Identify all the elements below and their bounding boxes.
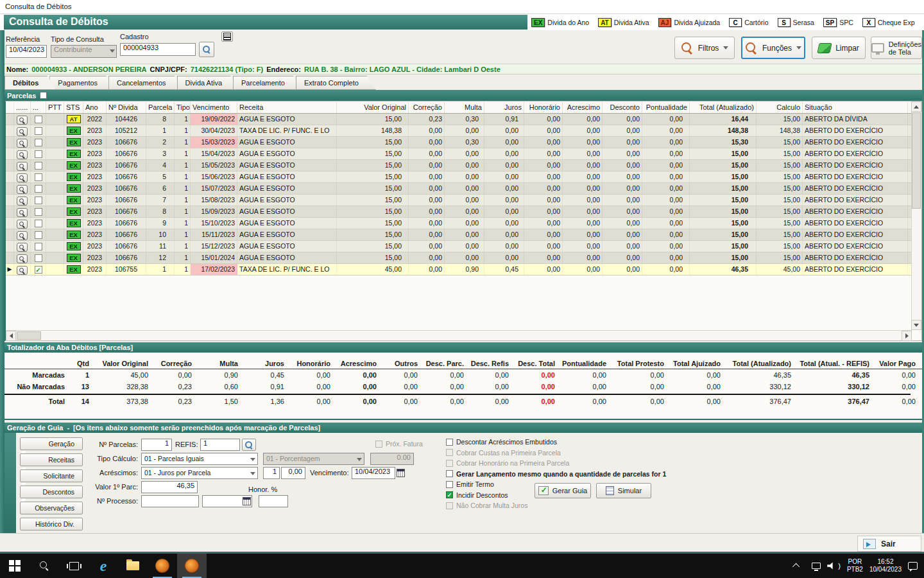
table-row[interactable]: EX20231066768115/09/2023AGUA E ESGOTO15,…: [6, 206, 921, 218]
tipo-consulta-select[interactable]: Contribuinte: [51, 45, 117, 58]
guia-checkbox-descontar-acr-scimos-embutidos[interactable]: Descontar Acréscimos Embutidos: [446, 438, 557, 446]
calendar-icon[interactable]: [397, 469, 405, 477]
taskbar-chevron-button[interactable]: [789, 554, 805, 578]
table-row[interactable]: EX20231066764115/05/2023AGUA E ESGOTO15,…: [6, 160, 921, 171]
horizontal-scrollbar[interactable]: [6, 330, 912, 340]
guia-checkbox-incidir-descontos[interactable]: ✓Incidir Descontos: [446, 491, 508, 499]
table-row[interactable]: EX20231066767115/08/2023AGUA E ESGOTO15,…: [6, 195, 921, 206]
gerar-guia-button[interactable]: Gerar Guia: [535, 483, 591, 498]
table-row[interactable]: ▶✓EX20231067551117/02/2023TAXA DE LIC. P…: [6, 264, 921, 276]
definicoes-tela-button[interactable]: Definiçõesde Tela: [871, 37, 922, 59]
tipo-calculo-select[interactable]: 01 - Parcelas Iguais: [141, 453, 258, 465]
cadastro-search-button[interactable]: [199, 42, 214, 57]
table-row[interactable]: EX20231052121130/04/2023TAXA DE LIC. P/ …: [6, 125, 921, 137]
row-detail-button[interactable]: [17, 243, 28, 252]
taskbar-search-button[interactable]: [30, 554, 59, 578]
row-checkbox[interactable]: [35, 173, 42, 181]
row-detail-button[interactable]: [17, 127, 28, 136]
guia-side-button-descontos[interactable]: Descontos: [20, 486, 83, 498]
tab-d-bitos[interactable]: Débitos: [4, 76, 56, 90]
horizontal-scroll-thumb[interactable]: [17, 331, 41, 340]
parcelas-select-all-checkbox[interactable]: [40, 92, 47, 99]
row-checkbox[interactable]: ✓: [35, 266, 42, 274]
guia-side-button-solicitante[interactable]: Solicitante: [20, 469, 83, 482]
row-detail-button[interactable]: [17, 139, 28, 148]
tab-extrato-completo[interactable]: Extrato Completo: [296, 76, 376, 90]
app-taskbar-button-2[interactable]: [177, 554, 207, 578]
prox-fatura-checkbox[interactable]: Próx. Fatura: [375, 440, 423, 448]
guia-side-button-gera-o[interactable]: Geração: [20, 437, 83, 450]
language-indicator[interactable]: PORPTB2: [847, 558, 863, 574]
scroll-right-button[interactable]: [902, 331, 912, 341]
tab-parcelamento[interactable]: Parcelamento: [233, 76, 302, 90]
row-checkbox[interactable]: [35, 162, 42, 170]
row-detail-button[interactable]: [17, 266, 28, 275]
row-detail-button[interactable]: [17, 197, 28, 206]
tab-divida-ativa[interactable]: Divida Ativa: [177, 76, 239, 90]
row-detail-button[interactable]: [17, 162, 28, 171]
simular-button[interactable]: Simular: [596, 483, 651, 498]
funcoes-button[interactable]: Funções: [741, 37, 805, 59]
table-row[interactable]: EX20231066769115/10/2023AGUA E ESGOTO15,…: [6, 218, 921, 229]
row-detail-button[interactable]: [17, 208, 28, 217]
vertical-scroll-thumb[interactable]: [912, 112, 921, 209]
refis-search-button[interactable]: [242, 439, 256, 451]
guia-checkbox-cobrar-honor-rio-na-primeira-p[interactable]: Cobrar Honorário na Primeira Parcela: [446, 459, 569, 467]
guia-checkbox-emitir-termo[interactable]: Emitir Termo: [446, 480, 494, 488]
guia-side-button-observa-es[interactable]: Observações: [20, 502, 83, 514]
row-checkbox[interactable]: [35, 197, 42, 204]
row-detail-button[interactable]: [17, 185, 28, 194]
row-checkbox[interactable]: [35, 127, 42, 135]
start-button[interactable]: [0, 554, 30, 578]
file-explorer-button[interactable]: [118, 554, 148, 578]
scroll-down-button[interactable]: [911, 320, 921, 330]
guia-side-button-receitas[interactable]: Receitas: [20, 453, 83, 466]
row-detail-button[interactable]: [17, 220, 28, 229]
row-detail-button[interactable]: [17, 150, 28, 159]
row-detail-button[interactable]: [17, 231, 28, 240]
guia-checkbox-n-o-cobrar-multa-juros[interactable]: Não Cobrar Multa Juros: [446, 502, 527, 509]
filtros-button[interactable]: Filtros: [674, 37, 735, 59]
row-checkbox[interactable]: [35, 254, 42, 262]
valor-primeira-parcela-input[interactable]: 46,35: [141, 481, 198, 493]
cadastro-input[interactable]: 000004933: [120, 43, 196, 56]
row-checkbox[interactable]: [35, 208, 42, 216]
n-parcelas-input[interactable]: 1: [141, 439, 172, 451]
table-row[interactable]: EX20231066763115/04/2023AGUA E ESGOTO15,…: [6, 148, 921, 160]
tab-pagamentos[interactable]: Pagamentos: [49, 76, 115, 90]
app-taskbar-button-1[interactable]: [148, 554, 177, 578]
vertical-scrollbar[interactable]: [911, 101, 921, 330]
n-processo-input[interactable]: [141, 495, 199, 507]
internet-explorer-button[interactable]: e: [89, 554, 118, 578]
task-view-button[interactable]: [59, 554, 89, 578]
list-view-button[interactable]: [221, 31, 233, 42]
limpar-button[interactable]: Limpar: [812, 37, 866, 59]
row-checkbox[interactable]: [35, 231, 42, 239]
acrescimo-qty-input[interactable]: 1: [263, 467, 280, 479]
clock[interactable]: 16:5210/04/2023: [869, 558, 902, 574]
referencia-input[interactable]: 10/04/2023: [6, 45, 47, 58]
row-checkbox[interactable]: [35, 150, 42, 158]
row-checkbox[interactable]: [35, 243, 42, 250]
sair-button[interactable]: Sair: [857, 536, 921, 552]
refis-input[interactable]: 1: [200, 439, 240, 451]
acrescimos-select[interactable]: 01 - Juros por Parcela: [141, 467, 258, 479]
table-row[interactable]: EX20231066762115/03/2023AGUA E ESGOTO15,…: [6, 137, 921, 148]
table-row[interactable]: AT20221044268119/09/2022AGUA E ESGOTO15,…: [6, 114, 921, 125]
table-row[interactable]: EX202310667610115/11/2023AGUA E ESGOTO15…: [6, 229, 921, 241]
scroll-up-button[interactable]: [911, 101, 921, 112]
row-checkbox[interactable]: [35, 139, 42, 146]
speaker-icon[interactable]: [827, 562, 836, 570]
notification-icon[interactable]: [908, 562, 918, 570]
row-checkbox[interactable]: [35, 116, 42, 123]
tab-cancelamentos[interactable]: Cancelamentos: [108, 76, 183, 90]
table-row[interactable]: EX202310667611115/12/2023AGUA E ESGOTO15…: [6, 241, 921, 252]
table-row[interactable]: EX202310667612115/01/2024AGUA E ESGOTO15…: [6, 252, 921, 264]
honor-percent-input[interactable]: [259, 495, 288, 507]
guia-side-button-hist-rico-div-[interactable]: Histórico Div.: [20, 518, 83, 530]
vencimento-input[interactable]: 10/04/2023: [352, 467, 395, 479]
table-row[interactable]: EX20231066765115/06/2023AGUA E ESGOTO15,…: [6, 171, 921, 183]
row-detail-button[interactable]: [17, 116, 28, 125]
table-row[interactable]: EX20231066766115/07/2023AGUA E ESGOTO15,…: [6, 183, 921, 195]
calculator-icon[interactable]: [243, 497, 251, 505]
